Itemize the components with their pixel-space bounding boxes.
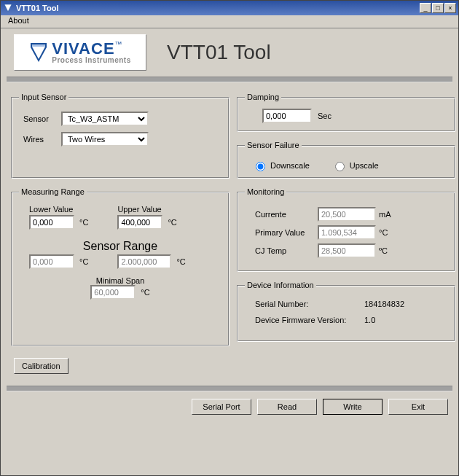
label-current: Currente <box>255 210 318 219</box>
unit-sr-lower: °C <box>79 257 88 266</box>
shield-icon <box>29 42 48 63</box>
label-cj-temp: CJ Temp <box>255 246 318 255</box>
lower-value-input[interactable] <box>29 215 74 230</box>
legend-measuring-range: Measuring Range <box>19 187 87 196</box>
radio-downscale-input[interactable] <box>256 162 265 171</box>
group-sensor-failure: Sensor Failure Downscale Upscale <box>237 141 455 179</box>
group-monitoring: Monitoring Currente mA Primary Value °C … <box>237 187 455 272</box>
legend-input-sensor: Input Sensor <box>19 93 68 101</box>
cj-temp-value <box>318 243 376 258</box>
heading-sensor-range: Sensor Range <box>19 240 221 253</box>
legend-device-info: Device Information <box>245 281 316 289</box>
minimize-button[interactable]: _ <box>420 3 431 13</box>
header: VIVACE™ Process Instruments VTT01 Tool <box>1 28 458 75</box>
current-value <box>318 207 376 222</box>
label-sensor: Sensor <box>23 114 61 123</box>
label-downscale: Downscale <box>270 161 310 170</box>
calibration-button[interactable]: Calibration <box>14 358 68 374</box>
sensor-select[interactable]: Tc_W3_ASTM <box>61 112 149 126</box>
unit-cj: ºC <box>379 246 388 255</box>
menu-bar: About <box>1 15 458 28</box>
maximize-icon: □ <box>436 4 439 12</box>
label-upper-value: Upper Value <box>117 205 176 214</box>
brand-name: VIVACE <box>52 39 114 58</box>
label-primary: Primary Value <box>255 228 318 237</box>
unit-upper: °C <box>168 218 176 227</box>
separator-bottom <box>7 386 452 391</box>
window-title: VTT01 Tool <box>16 4 420 12</box>
legend-damping: Damping <box>245 93 281 101</box>
minimize-icon: _ <box>423 4 427 12</box>
brand-tm: ™ <box>115 40 122 48</box>
separator-top <box>7 77 452 82</box>
sensor-range-upper <box>117 254 171 269</box>
label-wires: Wires <box>23 135 61 144</box>
window-titlebar: VTT01 Tool _ □ × <box>1 1 458 15</box>
write-button[interactable]: Write <box>323 399 382 415</box>
unit-damping: Sec <box>318 112 332 120</box>
sensor-range-lower <box>29 254 74 269</box>
maximize-button[interactable]: □ <box>432 3 444 13</box>
radio-upscale[interactable]: Upscale <box>332 160 379 171</box>
primary-value <box>318 225 376 240</box>
close-icon: × <box>448 4 452 12</box>
group-input-sensor: Input Sensor Sensor Tc_W3_ASTM Wires Two… <box>11 93 230 179</box>
wires-select[interactable]: Two Wires <box>61 132 149 147</box>
value-firmware: 1.0 <box>364 316 375 324</box>
app-icon <box>3 3 13 13</box>
label-firmware: Device Firmware Version: <box>255 316 364 324</box>
unit-primary: °C <box>379 228 388 237</box>
radio-upscale-input[interactable] <box>335 162 345 171</box>
brand-tagline: Process Instruments <box>52 57 130 64</box>
legend-monitoring: Monitoring <box>245 187 286 196</box>
label-min-span: Minimal Span <box>96 276 145 285</box>
serial-port-button[interactable]: Serial Port <box>192 399 251 415</box>
bottom-button-row: Serial Port Read Write Exit <box>1 391 458 422</box>
exit-button[interactable]: Exit <box>388 399 448 415</box>
radio-downscale[interactable]: Downscale <box>252 160 310 171</box>
group-device-info: Device Information Serial Number: 184184… <box>237 281 455 342</box>
label-lower-value: Lower Value <box>29 205 88 214</box>
min-span-input <box>90 285 136 300</box>
unit-sr-upper: °C <box>176 257 185 266</box>
unit-lower: °C <box>79 218 88 227</box>
label-serial: Serial Number: <box>255 300 364 308</box>
value-serial: 184184832 <box>364 300 404 308</box>
menu-about[interactable]: About <box>5 15 32 26</box>
label-upscale: Upscale <box>350 161 379 170</box>
close-button[interactable]: × <box>444 3 456 13</box>
group-damping: Damping Sec <box>237 93 455 132</box>
page-title: VTT01 Tool <box>167 41 271 64</box>
group-measuring-range: Measuring Range Lower Value °C Upper Val… <box>11 187 230 346</box>
damping-input[interactable] <box>262 109 312 123</box>
unit-current: mA <box>379 210 391 219</box>
legend-sensor-failure: Sensor Failure <box>245 141 302 149</box>
upper-value-input[interactable] <box>117 215 162 230</box>
read-button[interactable]: Read <box>257 399 317 415</box>
brand-logo: VIVACE™ Process Instruments <box>14 34 146 71</box>
unit-min-span: °C <box>141 288 149 297</box>
